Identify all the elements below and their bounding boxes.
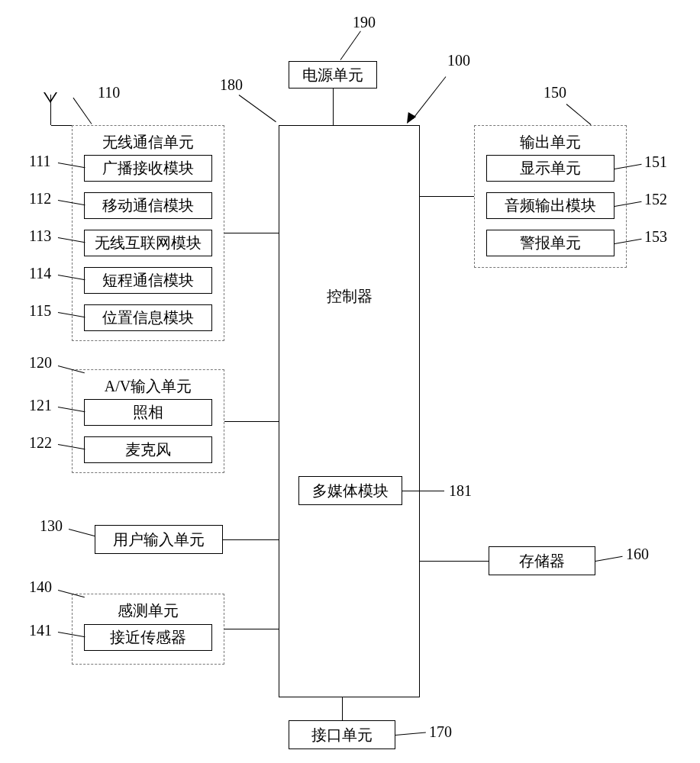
connector-av-controller [224, 421, 279, 422]
block-microphone-label: 麦克风 [125, 439, 171, 460]
block-short-range-label: 短程通信模块 [102, 270, 194, 291]
connector-controller-interface [342, 697, 343, 720]
leader-110 [73, 98, 92, 124]
block-location: 位置信息模块 [84, 304, 212, 331]
ref-115: 115 [29, 302, 51, 320]
block-alarm-label: 警报单元 [520, 233, 581, 253]
connector-sensing-controller [224, 629, 279, 629]
leader-180 [239, 95, 276, 122]
block-location-label: 位置信息模块 [102, 307, 194, 328]
block-controller: 控制器 [279, 125, 420, 697]
ref-181: 181 [449, 482, 472, 500]
connector-antenna-wireless [51, 125, 72, 126]
leader-181 [402, 491, 444, 491]
block-mobile-comm: 移动通信模块 [84, 192, 212, 219]
block-power: 电源单元 [289, 61, 377, 89]
block-user-input-label: 用户输入单元 [113, 530, 205, 550]
block-camera-label: 照相 [133, 402, 163, 423]
connector-controller-memory [420, 561, 489, 562]
block-multimedia-label: 多媒体模块 [312, 481, 389, 501]
leader-150 [566, 104, 592, 125]
ref-111: 111 [29, 153, 51, 170]
block-display-label: 显示单元 [520, 158, 581, 179]
group-av-title: A/V输入单元 [73, 376, 224, 397]
connector-controller-output [420, 196, 474, 197]
block-proximity: 接近传感器 [84, 624, 212, 651]
ref-180: 180 [220, 76, 243, 94]
block-interface-label: 接口单元 [311, 725, 373, 745]
ref-121: 121 [29, 397, 52, 414]
connector-power-controller [333, 89, 334, 125]
ref-140: 140 [29, 578, 52, 596]
ref-141: 141 [29, 622, 52, 639]
block-broadcast-label: 广播接收模块 [102, 158, 194, 179]
block-camera: 照相 [84, 399, 212, 426]
leader-130 [69, 529, 95, 536]
connector-wireless-controller [224, 233, 279, 233]
ref-153: 153 [644, 228, 667, 246]
group-sensing-title: 感测单元 [73, 600, 224, 621]
leader-160 [595, 556, 623, 562]
ref-170: 170 [429, 723, 452, 741]
ref-112: 112 [29, 190, 51, 208]
ref-150: 150 [544, 84, 566, 101]
block-audio-out: 音频输出模块 [486, 192, 615, 219]
ref-160: 160 [626, 546, 649, 563]
block-microphone: 麦克风 [84, 436, 212, 463]
block-wireless-net-label: 无线互联网模块 [95, 233, 202, 253]
arrow-100 [403, 112, 416, 126]
ref-113: 113 [29, 227, 51, 245]
block-mobile-comm-label: 移动通信模块 [102, 195, 194, 216]
block-short-range: 短程通信模块 [84, 267, 212, 294]
block-proximity-label: 接近传感器 [110, 627, 186, 648]
block-alarm: 警报单元 [486, 230, 615, 256]
block-power-label: 电源单元 [302, 65, 363, 85]
block-display: 显示单元 [486, 155, 615, 182]
ref-100: 100 [447, 52, 470, 69]
ref-120: 120 [29, 354, 52, 372]
block-memory-label: 存储器 [519, 551, 565, 571]
block-broadcast: 广播接收模块 [84, 155, 212, 182]
group-wireless-title: 无线通信单元 [73, 132, 224, 153]
leader-170 [395, 732, 426, 736]
ref-152: 152 [644, 191, 667, 208]
leader-190 [340, 31, 361, 60]
diagram-canvas: 电源单元 190 100 控制器 多媒体模块 181 180 无线通信单元 广播… [0, 0, 700, 763]
ref-110: 110 [98, 84, 120, 101]
ref-130: 130 [40, 517, 63, 535]
block-controller-label: 控制器 [279, 286, 419, 307]
block-interface: 接口单元 [289, 720, 395, 749]
ref-151: 151 [644, 153, 667, 171]
block-multimedia: 多媒体模块 [298, 476, 402, 505]
leader-100 [413, 76, 447, 119]
block-user-input: 用户输入单元 [95, 525, 223, 554]
ref-114: 114 [29, 265, 51, 282]
group-output-title: 输出单元 [475, 132, 626, 153]
ref-122: 122 [29, 434, 52, 452]
connector-userinput-controller [223, 539, 279, 540]
ref-190: 190 [353, 14, 376, 31]
block-memory: 存储器 [489, 546, 595, 575]
block-wireless-net: 无线互联网模块 [84, 230, 212, 256]
block-audio-out-label: 音频输出模块 [505, 195, 596, 216]
